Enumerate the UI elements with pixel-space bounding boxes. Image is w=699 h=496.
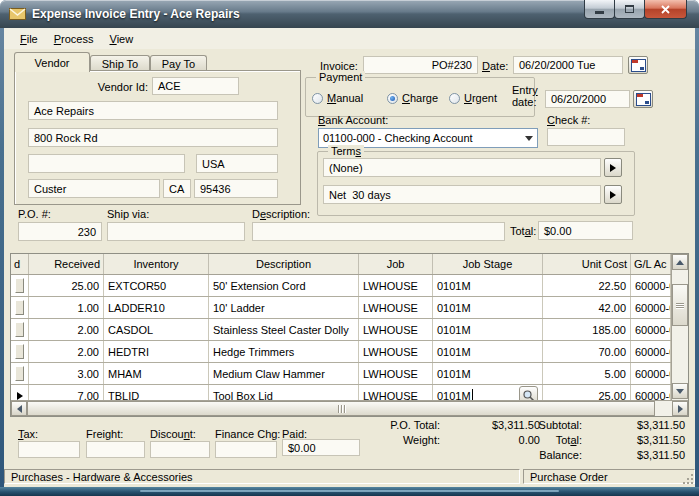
row-button[interactable] — [15, 366, 24, 381]
cell-job-stage[interactable]: 0101M — [433, 341, 543, 362]
radio-manual[interactable]: Manual — [312, 92, 363, 104]
description-field[interactable] — [252, 222, 505, 241]
po-number-field[interactable]: 230 — [18, 222, 102, 241]
tax-field[interactable] — [18, 441, 80, 458]
close-button[interactable] — [644, 0, 687, 19]
cell-description[interactable]: 10' Ladder — [209, 297, 359, 318]
vertical-scroll-thumb[interactable] — [672, 284, 688, 326]
date-label: Date: — [482, 60, 508, 72]
cell-inventory[interactable]: HEDTRI — [104, 341, 209, 362]
cell-description[interactable]: Medium Claw Hammer — [209, 363, 359, 384]
row-selector[interactable] — [11, 341, 29, 362]
row-selector[interactable] — [11, 297, 29, 318]
cell-gl-account[interactable]: 60000-01 — [631, 341, 671, 362]
scroll-up-button[interactable] — [672, 254, 688, 270]
maximize-button[interactable] — [614, 0, 645, 19]
cell-inventory[interactable]: MHAM — [104, 363, 209, 384]
cell-gl-account[interactable]: 60000-01 — [631, 275, 671, 296]
scroll-left-button[interactable] — [11, 401, 27, 416]
date-calendar-button[interactable] — [628, 56, 648, 74]
cell-gl-account[interactable]: 60000-01 — [631, 297, 671, 318]
cell-job-stage[interactable]: 0101M — [433, 297, 543, 318]
radio-urgent[interactable]: Urgent — [449, 92, 497, 104]
tab-vendor[interactable]: Vendor — [14, 52, 90, 72]
row-button[interactable] — [15, 300, 24, 315]
cell-job-stage[interactable]: 0101M — [433, 275, 543, 296]
discount-label: Discount: — [150, 428, 196, 440]
terms-discount-button[interactable] — [604, 158, 622, 177]
balance-value: $3,311.50 — [590, 449, 685, 461]
freight-field[interactable] — [86, 441, 145, 458]
cell-job[interactable]: LWHOUSE — [359, 341, 433, 362]
cell-description[interactable]: Hedge Trimmers — [209, 341, 359, 362]
finance-charge-label: Finance Chg: — [215, 428, 280, 440]
row-button[interactable] — [15, 322, 24, 337]
cell-job-stage[interactable]: 0101M — [433, 319, 543, 340]
current-row-arrow-icon — [17, 392, 23, 400]
row-selector[interactable] — [11, 363, 29, 384]
minimize-button[interactable] — [584, 0, 615, 19]
cell-gl-account[interactable]: 60000-01 — [631, 319, 671, 340]
arrow-right-icon — [610, 191, 616, 199]
scroll-down-button[interactable] — [672, 383, 688, 399]
cell-description[interactable]: Stainless Steel Caster Dolly — [209, 319, 359, 340]
cell-unit-cost[interactable]: 22.50 — [543, 275, 631, 296]
title-bar[interactable]: Expense Invoice Entry - Ace Repairs — [0, 0, 699, 28]
check-number-field[interactable] — [547, 128, 625, 146]
cell-unit-cost[interactable]: 185.00 — [543, 319, 631, 340]
grid-horizontal-scrollbar[interactable] — [11, 400, 688, 416]
arrow-right-icon — [678, 405, 683, 413]
row-selector[interactable] — [11, 319, 29, 340]
cell-job-stage[interactable]: 0101M — [433, 363, 543, 384]
cell-received[interactable]: 1.00 — [29, 297, 104, 318]
finance-charge-field[interactable] — [215, 441, 277, 458]
scroll-right-button[interactable] — [672, 401, 688, 416]
cell-received[interactable]: 25.00 — [29, 275, 104, 296]
row-button[interactable] — [15, 344, 24, 359]
cell-inventory[interactable]: EXTCOR50 — [104, 275, 209, 296]
table-row: 2.00 CASDOL Stainless Steel Caster Dolly… — [11, 319, 671, 341]
grid-vertical-scrollbar[interactable] — [671, 254, 688, 400]
grid-header-row: d Received Inventory Description Job Job… — [11, 254, 671, 275]
discount-field[interactable] — [150, 441, 210, 458]
cell-unit-cost[interactable]: 70.00 — [543, 341, 631, 362]
cell-received[interactable]: 3.00 — [29, 363, 104, 384]
invoice-number-field[interactable]: PO#230 — [363, 56, 478, 74]
cell-received[interactable]: 2.00 — [29, 319, 104, 340]
cell-job[interactable]: LWHOUSE — [359, 297, 433, 318]
table-row: 2.00 HEDTRI Hedge Trimmers LWHOUSE 0101M… — [11, 341, 671, 363]
menu-view[interactable]: View — [102, 31, 142, 47]
arrow-right-icon — [610, 164, 616, 172]
cell-description[interactable]: 50' Extension Cord — [209, 275, 359, 296]
terms-discount-field[interactable]: (None) — [323, 158, 601, 177]
resize-grip-icon[interactable] — [682, 473, 694, 485]
cell-unit-cost[interactable]: 42.00 — [543, 297, 631, 318]
cell-received[interactable]: 2.00 — [29, 341, 104, 362]
entry-date-calendar-button[interactable] — [633, 90, 653, 108]
menu-process[interactable]: Process — [46, 31, 102, 47]
row-selector[interactable] — [11, 275, 29, 296]
horizontal-scroll-thumb[interactable] — [27, 401, 655, 416]
menu-file[interactable]: File — [12, 31, 46, 47]
row-button[interactable] — [15, 278, 24, 293]
window-bottom-frame — [0, 487, 699, 496]
cell-job[interactable]: LWHOUSE — [359, 363, 433, 384]
invoice-total-field[interactable]: $0.00 — [538, 221, 633, 240]
cell-inventory[interactable]: LADDER10 — [104, 297, 209, 318]
grid-header-job: Job — [359, 254, 433, 274]
terms-net-field[interactable]: Net 30 days — [323, 185, 601, 204]
table-row: 25.00 EXTCOR50 50' Extension Cord LWHOUS… — [11, 275, 671, 297]
cell-unit-cost[interactable]: 5.00 — [543, 363, 631, 384]
vendor-tab-panel — [14, 70, 301, 205]
entry-date-field[interactable]: 06/20/2000 — [545, 90, 630, 108]
bank-account-label: Bank Account: — [318, 114, 388, 126]
terms-net-button[interactable] — [604, 185, 622, 204]
cell-inventory[interactable]: CASDOL — [104, 319, 209, 340]
ship-via-field[interactable] — [107, 222, 245, 241]
radio-charge[interactable]: Charge — [387, 92, 438, 104]
cell-job[interactable]: LWHOUSE — [359, 319, 433, 340]
invoice-date-field[interactable]: 06/20/2000 Tue — [513, 56, 623, 74]
cell-gl-account[interactable]: 60000-01 — [631, 363, 671, 384]
cell-job[interactable]: LWHOUSE — [359, 275, 433, 296]
paid-field[interactable]: $0.00 — [282, 439, 360, 456]
